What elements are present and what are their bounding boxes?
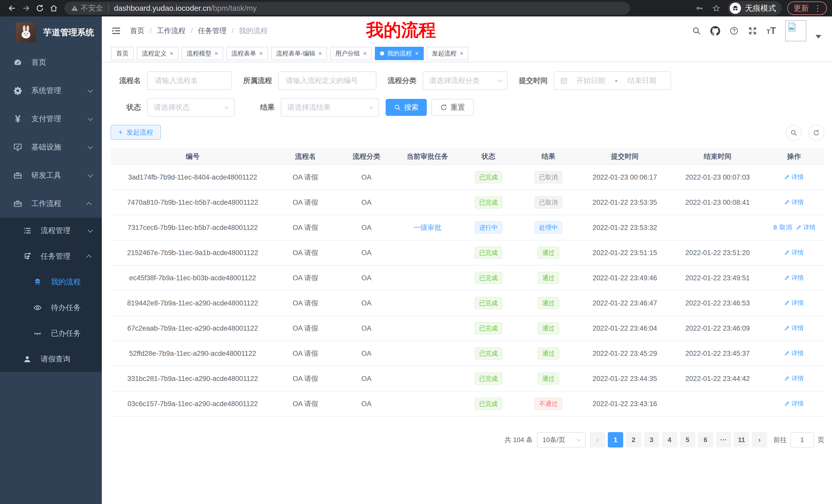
process-def-input[interactable] xyxy=(278,72,376,90)
detail-link[interactable]: 详情 xyxy=(784,173,804,181)
status-label: 状态 xyxy=(110,103,141,112)
tab-close-icon[interactable]: × xyxy=(318,50,322,57)
breadcrumb-home[interactable]: 首页 xyxy=(130,26,157,36)
page-size-select[interactable]: 10条/页 xyxy=(537,432,586,447)
search-icon[interactable] xyxy=(692,26,701,35)
page-next-button[interactable]: › xyxy=(752,432,767,447)
page-button-11[interactable]: 11 xyxy=(734,432,749,447)
tab-close-icon[interactable]: × xyxy=(363,50,367,57)
sidebar-item-done-tasks[interactable]: 已办任务 xyxy=(0,320,102,346)
result-select[interactable]: 请选择流结果 xyxy=(281,98,379,117)
detail-link[interactable]: 详情 xyxy=(784,399,804,408)
page-button-3[interactable]: 3 xyxy=(644,432,659,447)
browser-reload-button[interactable] xyxy=(33,1,47,15)
password-key-icon[interactable] xyxy=(694,3,705,14)
page-prev-button[interactable]: ‹ xyxy=(590,432,605,447)
refresh-table-button[interactable] xyxy=(808,125,824,141)
app-logo-row[interactable]: 芋道管理系统 xyxy=(0,17,102,48)
font-size-icon[interactable]: TT xyxy=(766,25,776,36)
tab-close-icon[interactable]: × xyxy=(214,50,218,57)
tab-6[interactable]: 我的流程× xyxy=(375,47,424,60)
page-button-1[interactable]: 1 xyxy=(608,432,623,447)
detail-link[interactable]: 详情 xyxy=(784,248,804,257)
current-task-link[interactable]: 一级审批 xyxy=(414,224,441,231)
breadcrumb-workflow[interactable]: 工作流程 xyxy=(157,26,198,36)
tab-close-icon[interactable]: × xyxy=(415,50,419,57)
process-name-input[interactable] xyxy=(147,72,232,90)
detail-link[interactable]: 详情 xyxy=(784,349,804,357)
process-def-label: 所属流程 xyxy=(243,76,272,86)
help-icon[interactable] xyxy=(729,26,739,35)
sidebar-item-task-mgmt[interactable]: 任务管理 xyxy=(0,244,102,269)
detail-link[interactable]: 详情 xyxy=(784,198,804,206)
reset-button[interactable]: 重置 xyxy=(432,99,474,116)
tab-4[interactable]: 流程表单-编辑× xyxy=(271,47,327,60)
tab-close-icon[interactable]: × xyxy=(460,50,463,57)
operations-cell: 详情 xyxy=(763,248,824,257)
tab-label: 流程模型 xyxy=(187,49,211,58)
status-cell: 已完成 xyxy=(458,322,519,334)
url-host[interactable]: dashboard.yudao.iocoder.cn xyxy=(114,4,211,12)
sidebar-item-process-mgmt[interactable]: 流程管理 xyxy=(0,218,102,244)
detail-link[interactable]: 详情 xyxy=(784,299,804,307)
search-button[interactable]: 搜索 xyxy=(386,99,427,116)
browser-menu-icon[interactable]: ⋮ xyxy=(813,4,824,12)
url-path[interactable]: /bpm/task/my xyxy=(211,4,257,12)
security-label[interactable]: 不安全 xyxy=(81,3,103,13)
tab-0[interactable]: 首页 xyxy=(111,47,134,60)
address-bar[interactable]: 不安全 dashboard.yudao.iocoder.cn/bpm/task/… xyxy=(64,2,630,15)
sidebar-item-leave-query[interactable]: 请假查询 xyxy=(0,346,102,372)
submit-time-range-picker[interactable]: 开始日期 - 结束日期 xyxy=(554,72,671,90)
page-button-6[interactable]: 6 xyxy=(698,432,713,447)
sidebar-item-infra[interactable]: 基础设施 xyxy=(0,133,102,161)
sidebar-item-home[interactable]: 首页 xyxy=(0,48,102,77)
create-process-button[interactable]: + 发起流程 xyxy=(110,125,161,140)
edit-icon xyxy=(784,325,790,331)
page-button-5[interactable]: 5 xyxy=(680,432,695,447)
detail-link[interactable]: 详情 xyxy=(784,374,804,383)
github-icon[interactable] xyxy=(710,26,720,36)
page-button-4[interactable]: 4 xyxy=(662,432,677,447)
detail-link[interactable]: 详情 xyxy=(784,274,804,282)
table-row: 2152467e-7b9b-11ec-9a1b-acde48001122OA 请… xyxy=(110,241,824,265)
tab-3[interactable]: 流程表单× xyxy=(226,47,268,60)
op-label: 详情 xyxy=(791,324,804,332)
page-ellipsis[interactable]: ··· xyxy=(716,432,731,447)
sidebar-item-my-process[interactable]: 我的流程 xyxy=(0,269,102,295)
browser-forward-button[interactable] xyxy=(19,1,33,15)
sidebar-collapse-icon[interactable] xyxy=(111,26,121,36)
bookmark-star-icon[interactable] xyxy=(711,3,722,14)
detail-link[interactable]: 详情 xyxy=(796,223,815,231)
tab-2[interactable]: 流程模型× xyxy=(182,47,223,60)
breadcrumb-task-mgmt[interactable]: 任务管理 xyxy=(198,26,239,36)
end-date-placeholder[interactable]: 结束日期 xyxy=(619,76,665,86)
sidebar-item-todo-tasks[interactable]: 待办任务 xyxy=(0,295,102,320)
end-time: 2022-01-22 23:51:20 xyxy=(672,249,763,257)
tab-close-icon[interactable]: × xyxy=(259,50,263,57)
tab-5[interactable]: 用户分组× xyxy=(330,47,372,60)
start-date-placeholder[interactable]: 开始日期 xyxy=(568,76,614,86)
cancel-link[interactable]: 取消 xyxy=(772,223,792,231)
sidebar-item-devtools[interactable]: 研发工具 xyxy=(0,161,102,190)
category-select[interactable]: 请选择流程分类 xyxy=(423,72,508,90)
jump-page-input[interactable] xyxy=(790,432,814,447)
sidebar-item-system[interactable]: 系统管理 xyxy=(0,77,102,105)
browser-update-button[interactable]: 更新 ⋮ xyxy=(787,2,827,15)
sidebar-item-workflow[interactable]: 工作流程 xyxy=(0,190,102,218)
tab-7[interactable]: 发起流程× xyxy=(427,47,468,60)
browser-back-button[interactable] xyxy=(5,1,19,15)
security-warning-icon[interactable] xyxy=(71,5,78,12)
fullscreen-icon[interactable] xyxy=(748,26,757,35)
update-label[interactable]: 更新 xyxy=(794,3,809,13)
avatar[interactable] xyxy=(785,20,806,41)
result-badge: 通过 xyxy=(538,322,559,334)
avatar-caret-icon[interactable] xyxy=(815,35,821,38)
browser-home-button[interactable] xyxy=(47,1,61,15)
show-search-toggle-button[interactable] xyxy=(786,125,802,141)
tab-1[interactable]: 流程定义× xyxy=(137,47,178,60)
detail-link[interactable]: 详情 xyxy=(784,324,804,332)
tab-close-icon[interactable]: × xyxy=(170,50,173,57)
sidebar-item-payment[interactable]: ¥ 支付管理 xyxy=(0,105,102,133)
status-select[interactable]: 请选择状态 xyxy=(147,98,234,117)
page-button-2[interactable]: 2 xyxy=(626,432,641,447)
